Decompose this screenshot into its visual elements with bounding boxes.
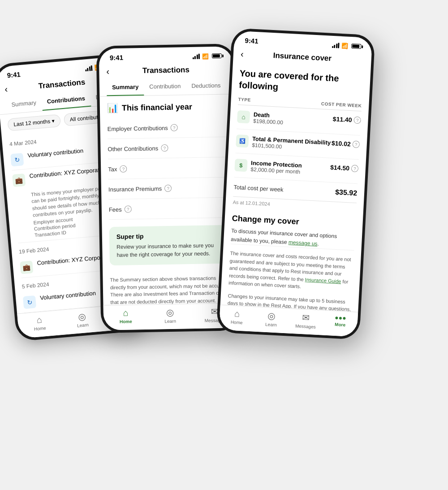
fees-text: Fees (109, 206, 122, 213)
cost-col-header: COST PER WEEK (321, 101, 362, 108)
home-label-1: Home (34, 325, 46, 331)
income-info: Income Protection $2,000.00 per month (250, 160, 302, 175)
status-time-1: 9:41 (7, 70, 21, 79)
signal-icon-2 (192, 53, 200, 59)
disclaimer-text-3a: The insurance cover and costs recorded f… (229, 251, 351, 282)
type-col-header: TYPE (238, 97, 251, 102)
learn-icon-2: ◎ (166, 307, 174, 318)
total-cost-label: Total cost per week (233, 183, 284, 193)
home-icon-3: ⌂ (234, 308, 240, 319)
insurance-guide-link[interactable]: Insurance Guide (305, 277, 341, 284)
bottom-nav-more-3[interactable]: ●●● More (323, 313, 358, 332)
signal-icon-1 (85, 65, 92, 71)
learn-icon-1: ◎ (78, 311, 86, 322)
insurance-premiums-label: Insurance Premiums ? (108, 185, 172, 193)
income-help[interactable]: ? (351, 165, 359, 172)
bottom-nav-messages-3[interactable]: ✉ Messages (288, 312, 323, 330)
income-cost-value: $14.50 (330, 164, 350, 172)
tpd-cost-value: $10.02 (332, 139, 351, 147)
home-label-2: Home (120, 319, 132, 324)
tab-contribution-2[interactable]: Contribution (144, 78, 186, 95)
insurance-disclaimer: The insurance cover and costs recorded f… (228, 244, 354, 299)
bottom-nav-home-2[interactable]: ⌂ Home (103, 308, 148, 325)
heading-text: This financial year (122, 102, 192, 113)
death-cost: $11.40 ? (332, 115, 361, 124)
back-button-3[interactable]: ‹ (240, 49, 244, 59)
tpd-cost: $10.02 ? (332, 139, 360, 148)
disclaimer-text-2: The Summary section above shows transact… (110, 271, 230, 305)
tpd-help[interactable]: ? (352, 141, 360, 148)
status-icons-2: 📶 (192, 52, 222, 59)
filter-period-label: Last 12 months (13, 118, 51, 128)
other-contributions-text: Other Contributions (108, 145, 158, 152)
back-button-1[interactable]: ‹ (4, 84, 8, 94)
fees-row[interactable]: Fees ? (108, 198, 228, 220)
battery-icon-3 (351, 43, 362, 49)
employer-contributions-help[interactable]: ? (171, 124, 178, 131)
message-us-link[interactable]: message us (289, 239, 318, 247)
other-contributions-row[interactable]: Other Contributions ? (108, 137, 227, 160)
voluntary-icon: ↻ (10, 153, 24, 166)
status-icons-3: 📶 (332, 42, 361, 49)
death-row-left: ⌂ Death $198,000.00 (237, 110, 333, 128)
death-amount: $198,000.00 (253, 118, 283, 126)
employer-icon-2: 💼 (20, 260, 33, 274)
super-tip-title: Super tip (116, 231, 221, 240)
tpd-row-left: ♿ Total & Permanent Disability $101,500.… (236, 134, 332, 152)
tpd-icon: ♿ (236, 134, 249, 147)
super-tip-text: Review your insurance to make sure you h… (116, 241, 222, 259)
learn-label-1: Learn (77, 322, 89, 328)
income-row-left: $ Income Protection $2,000.00 per month (234, 159, 330, 177)
employer-contributions-text: Employer Contributions (108, 124, 168, 132)
nav-header-2: ‹ Transactions (99, 61, 233, 79)
phone-insurance-cover: 9:41 📶 ‹ Insurance cover You are cov (216, 28, 375, 340)
income-icon: $ (234, 159, 247, 172)
more-label-3: More (335, 322, 345, 327)
insurance-premiums-help[interactable]: ? (164, 185, 172, 192)
section-heading: 📊 This financial year (107, 95, 226, 119)
change-text-2: . (317, 241, 319, 247)
tab-summary-2[interactable]: Summary (107, 79, 144, 96)
learn-icon-3: ◎ (267, 310, 276, 321)
employer-contributions-row[interactable]: Employer Contributions ? (107, 117, 227, 139)
signal-icon-3 (332, 42, 340, 48)
bottom-nav-learn-2[interactable]: ◎ Learn (148, 307, 193, 324)
tax-row[interactable]: Tax ? (108, 157, 228, 180)
bottom-nav-learn-1[interactable]: ◎ Learn (60, 309, 104, 330)
employer-contributions-label: Employer Contributions ? (108, 124, 178, 133)
tab-summary-1[interactable]: Summary (5, 94, 43, 114)
bottom-nav-home-1[interactable]: ⌂ Home (17, 313, 62, 333)
messages-label-3: Messages (295, 323, 316, 329)
insurance-premiums-text: Insurance Premiums (108, 185, 162, 193)
home-label-3: Home (231, 320, 243, 325)
tax-label: Tax ? (108, 165, 127, 173)
learn-label-3: Learn (265, 322, 277, 327)
home-icon-2: ⌂ (123, 308, 128, 318)
insurance-screen: You are covered for the following TYPE C… (220, 61, 371, 312)
page-title-3: Insurance cover (273, 51, 332, 63)
voluntary-icon-2: ↻ (23, 295, 36, 308)
back-button-2[interactable]: ‹ (106, 66, 109, 77)
other-contributions-help[interactable]: ? (161, 144, 168, 152)
other-contributions-label: Other Contributions ? (108, 144, 168, 152)
tax-text: Tax (108, 165, 117, 172)
insurance-premiums-row[interactable]: Insurance Premiums ? (108, 178, 228, 200)
employer-icon: 💼 (12, 173, 26, 187)
tax-help[interactable]: ? (120, 165, 127, 173)
bottom-nav-learn-3[interactable]: ◎ Learn (254, 310, 289, 328)
death-help[interactable]: ? (353, 117, 361, 124)
fees-help[interactable]: ? (125, 205, 132, 212)
tab-deductions-2[interactable]: Deductions (186, 78, 226, 95)
wifi-icon-3: 📶 (341, 42, 349, 49)
fees-label: Fees ? (109, 205, 132, 213)
filter-period-btn[interactable]: Last 12 months ▾ (7, 114, 61, 131)
wifi-icon-2: 📶 (202, 53, 209, 59)
status-time-2: 9:41 (110, 54, 123, 62)
page-title-1: Transactions (38, 78, 86, 91)
income-cost: $14.50 ? (330, 164, 359, 172)
tpd-info: Total & Permanent Disability $101,500.00 (252, 135, 331, 152)
tab-bar-2: Summary Contribution Deductions (99, 77, 233, 96)
status-bar-2: 9:41 📶 (99, 46, 233, 63)
bottom-nav-home-3[interactable]: ⌂ Home (219, 308, 254, 326)
total-cost-value: $35.92 (335, 188, 358, 198)
